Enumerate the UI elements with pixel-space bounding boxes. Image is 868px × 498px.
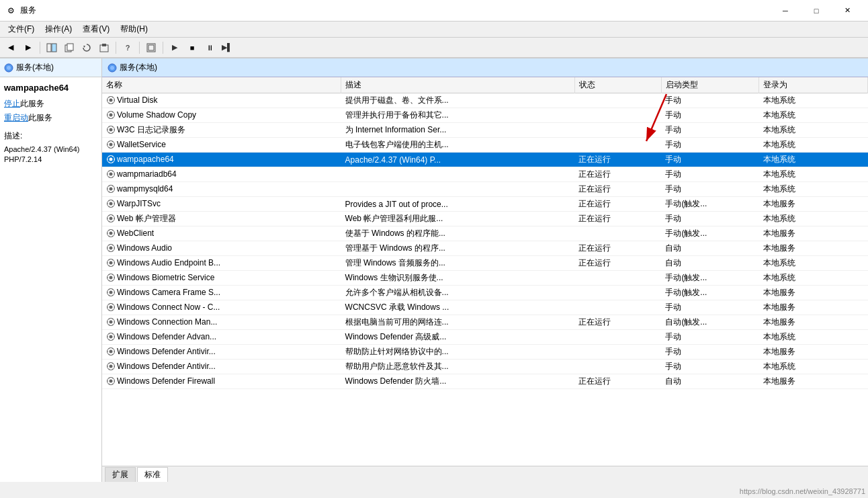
svg-line-156 xyxy=(112,348,113,349)
service-login-cell: 本地系统 xyxy=(759,108,868,123)
table-row[interactable]: Windows Connection Man...根据电脑当前可用的网络连...… xyxy=(102,315,868,330)
service-name-cell: Windows Defender Firewall xyxy=(102,374,341,389)
table-wrapper: 名称 描述 状态 启动类型 登录为 Virtual Disk提供用于磁盘、卷、文… xyxy=(102,77,868,466)
stop-button[interactable]: ■ xyxy=(184,40,200,55)
services-tbody: Virtual Disk提供用于磁盘、卷、文件系...手动本地系统 Volume… xyxy=(102,93,868,389)
menu-help[interactable]: 帮助(H) xyxy=(115,22,153,36)
svg-line-81 xyxy=(109,221,110,222)
forward-button[interactable]: ▶ xyxy=(20,40,36,55)
service-name-cell: wampapache64 xyxy=(102,153,341,167)
svg-line-56 xyxy=(112,177,113,177)
svg-line-168 xyxy=(112,384,113,384)
svg-line-75 xyxy=(109,200,110,201)
svg-point-38 xyxy=(110,142,113,146)
service-startup-cell: 手动 xyxy=(661,212,758,226)
table-row[interactable]: WebClient使基于 Windows 的程序能...手动(触发...本地服务 xyxy=(102,226,868,241)
service-status-cell xyxy=(574,138,661,153)
table-row[interactable]: Windows Connect Now - C...WCNCSVC 承载 Win… xyxy=(102,300,868,315)
svg-rect-0 xyxy=(47,44,51,52)
table-row[interactable]: wampapache64Apache/2.4.37 (Win64) P...正在… xyxy=(102,153,868,167)
table-row[interactable]: W3C 日志记录服务为 Internet Information Ser...手… xyxy=(102,123,868,138)
svg-line-80 xyxy=(112,221,113,222)
restart-service-link[interactable]: 重启动此服务 xyxy=(4,112,97,124)
desc-text: Apache/2.4.37 (Win64) PHP/7.2.14 xyxy=(4,144,97,165)
svg-point-14 xyxy=(110,98,113,101)
play-button[interactable]: ▶ xyxy=(167,40,183,55)
svg-line-73 xyxy=(109,206,110,207)
service-login-cell: 本地系统 xyxy=(759,212,868,226)
svg-point-126 xyxy=(110,305,113,308)
svg-line-59 xyxy=(109,171,110,171)
svg-rect-3 xyxy=(67,44,73,50)
service-desc-cell: 为 Internet Information Ser... xyxy=(341,123,575,138)
svg-line-48 xyxy=(112,162,113,163)
stop-link[interactable]: 停止 xyxy=(4,99,20,108)
menu-file[interactable]: 文件(F) xyxy=(3,22,40,36)
service-name-cell: Windows Defender Antivir... xyxy=(102,345,341,360)
tab-expand[interactable]: 扩展 xyxy=(105,467,136,482)
service-login-cell: 本地系统 xyxy=(759,256,868,271)
table-row[interactable]: Windows Defender Advan...Windows Defende… xyxy=(102,330,868,345)
restart-link[interactable]: 重启动 xyxy=(4,113,28,122)
table-row[interactable]: wampmysqld64正在运行手动本地系统 xyxy=(102,182,868,197)
service-name-cell: WalletService xyxy=(102,138,341,153)
help-button[interactable]: ? xyxy=(120,40,136,55)
col-header-name[interactable]: 名称 xyxy=(102,77,341,93)
minimize-button[interactable]: ─ xyxy=(770,0,801,22)
svg-line-16 xyxy=(112,103,113,103)
service-startup-cell: 手动 xyxy=(661,153,758,167)
export-button[interactable] xyxy=(96,40,112,55)
svg-line-132 xyxy=(112,304,113,304)
svg-line-65 xyxy=(109,192,110,192)
pause-button[interactable]: ⏸ xyxy=(202,40,218,55)
table-row[interactable]: Windows Defender FirewallWindows Defende… xyxy=(102,374,868,389)
close-button[interactable]: ✕ xyxy=(832,0,863,22)
service-desc-cell xyxy=(341,167,575,182)
service-desc-cell: 提供用于磁盘、卷、文件系... xyxy=(341,93,575,108)
service-status-cell xyxy=(574,300,661,315)
table-row[interactable]: Windows Defender Antivir...帮助用户防止恶意软件及其.… xyxy=(102,360,868,374)
svg-marker-4 xyxy=(83,46,85,48)
table-row[interactable]: Web 帐户管理器Web 帐户管理器利用此服...正在运行手动本地系统 xyxy=(102,212,868,226)
show-hide-button[interactable] xyxy=(44,40,60,55)
svg-line-76 xyxy=(112,200,113,201)
svg-line-145 xyxy=(109,339,110,340)
refresh-button[interactable] xyxy=(79,40,95,55)
table-row[interactable]: Volume Shadow Copy管理并执行用于备份和其它...手动本地系统 xyxy=(102,108,868,123)
services-table[interactable]: 名称 描述 状态 启动类型 登录为 Virtual Disk提供用于磁盘、卷、文… xyxy=(102,77,868,466)
table-row[interactable]: WarpJITSvcProvides a JIT out of proce...… xyxy=(102,197,868,212)
table-row[interactable]: wampmariadb64正在运行手动本地系统 xyxy=(102,167,868,182)
menu-action[interactable]: 操作(A) xyxy=(40,22,77,36)
menu-view[interactable]: 查看(V) xyxy=(77,22,115,36)
table-row[interactable]: Windows Biometric ServiceWindows 生物识别服务使… xyxy=(102,271,868,286)
table-row[interactable]: Windows Audio管理基于 Windows 的程序...正在运行自动本地… xyxy=(102,241,868,256)
svg-line-60 xyxy=(112,171,113,171)
back-button[interactable]: ◀ xyxy=(3,40,19,55)
col-header-desc[interactable]: 描述 xyxy=(341,77,575,93)
service-login-cell: 本地系统 xyxy=(759,182,868,197)
copy-button[interactable] xyxy=(61,40,77,55)
service-status-cell xyxy=(574,108,661,123)
table-row[interactable]: Virtual Disk提供用于磁盘、卷、文件系...手动本地系统 xyxy=(102,93,868,108)
col-header-login[interactable]: 登录为 xyxy=(759,77,868,93)
svg-point-150 xyxy=(110,349,113,353)
col-header-status[interactable]: 状态 xyxy=(574,77,661,93)
table-row[interactable]: Windows Defender Antivir...帮助防止针对网络协议中的.… xyxy=(102,345,868,360)
svg-line-100 xyxy=(112,245,113,245)
svg-line-107 xyxy=(109,259,110,260)
stop-service-link[interactable]: 停止此服务 xyxy=(4,98,97,110)
table-row[interactable]: Windows Camera Frame S...允许多个客户端从相机设备...… xyxy=(102,286,868,300)
svg-rect-7 xyxy=(148,45,154,50)
left-panel: 服务(本地) wampapache64 停止此服务 重启动此服务 描述: Apa… xyxy=(0,58,102,482)
props-button[interactable] xyxy=(143,40,159,55)
table-row[interactable]: WalletService电子钱包客户端使用的主机...手动本地系统 xyxy=(102,138,868,153)
maximize-button[interactable]: □ xyxy=(801,0,832,22)
service-login-cell: 本地系统 xyxy=(759,123,868,138)
gear-icon xyxy=(106,288,116,297)
table-row[interactable]: Windows Audio Endpoint B...管理 Windows 音频… xyxy=(102,256,868,271)
restart-btn[interactable]: ▶▌ xyxy=(219,40,235,55)
svg-line-32 xyxy=(112,132,113,133)
tab-standard[interactable]: 标准 xyxy=(137,467,168,482)
service-status-cell xyxy=(574,345,661,360)
col-header-startup[interactable]: 启动类型 xyxy=(661,77,758,93)
